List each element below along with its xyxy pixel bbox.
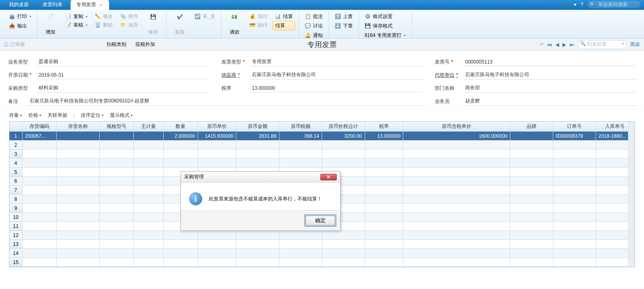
empty-cell[interactable] — [365, 249, 403, 258]
table-row[interactable]: 2 — [9, 141, 635, 150]
empty-cell[interactable] — [553, 213, 596, 222]
cell-total[interactable]: 3200.00 — [322, 132, 365, 141]
copy-button[interactable]: 📑复制▾ — [63, 12, 90, 21]
first-icon[interactable]: ⏮ — [547, 42, 552, 48]
empty-cell[interactable] — [322, 231, 365, 240]
empty-cell[interactable] — [99, 240, 133, 249]
empty-cell[interactable] — [279, 141, 322, 150]
empty-cell[interactable] — [198, 240, 236, 249]
empty-cell[interactable] — [403, 249, 510, 258]
cell-brand[interactable] — [510, 132, 553, 141]
empty-cell[interactable] — [99, 186, 133, 195]
empty-cell[interactable] — [236, 141, 279, 150]
cell-tax-rate[interactable]: 13.000000 — [365, 132, 403, 141]
empty-cell[interactable] — [164, 258, 198, 267]
empty-cell[interactable] — [365, 231, 403, 240]
empty-cell[interactable] — [22, 231, 56, 240]
empty-cell[interactable] — [134, 141, 164, 150]
dialog-close-button[interactable]: ✕ — [320, 174, 337, 180]
empty-cell[interactable] — [553, 159, 596, 168]
empty-cell[interactable] — [99, 204, 133, 213]
draft-button[interactable]: 📝草稿▾ — [63, 21, 90, 30]
tab-invoice-list[interactable]: 发票列表 — [37, 0, 70, 10]
settle-button[interactable]: 结算 — [272, 21, 295, 30]
empty-cell[interactable] — [99, 168, 133, 177]
empty-cell[interactable] — [236, 240, 279, 249]
help-icon[interactable]: ? — [580, 2, 583, 7]
empty-cell[interactable] — [57, 222, 99, 231]
next-icon[interactable]: ▶ — [562, 42, 566, 48]
empty-cell[interactable] — [322, 159, 365, 168]
save-format-button[interactable]: 💾保存格式 — [362, 22, 408, 30]
empty-cell[interactable] — [164, 150, 198, 159]
agent-unit-value[interactable]: 石家庄跃马电子科技有限公司 — [464, 71, 636, 80]
empty-cell[interactable] — [57, 231, 99, 240]
empty-cell[interactable] — [99, 195, 133, 204]
header-tax-amount[interactable]: 原币税额 — [279, 122, 322, 132]
empty-cell[interactable] — [22, 168, 56, 177]
close-icon[interactable]: × — [99, 2, 102, 7]
empty-cell[interactable] — [365, 204, 403, 213]
empty-cell[interactable] — [236, 150, 279, 159]
empty-cell[interactable] — [322, 240, 365, 249]
dialog-ok-button[interactable]: 确定 — [306, 216, 335, 225]
empty-cell[interactable] — [22, 177, 56, 186]
empty-cell[interactable] — [365, 177, 403, 186]
cell-qty[interactable]: 2.000000 — [164, 132, 198, 141]
tab-desktop[interactable]: 我的桌面 — [3, 0, 36, 10]
empty-cell[interactable] — [403, 231, 510, 240]
cell-spec[interactable] — [99, 132, 133, 141]
empty-cell[interactable] — [322, 141, 365, 150]
empty-cell[interactable] — [22, 141, 56, 150]
dept-value[interactable]: 商务部 — [464, 84, 636, 93]
empty-cell[interactable] — [279, 150, 322, 159]
check-up-button[interactable]: ⬆️上查 — [332, 12, 355, 21]
empty-cell[interactable] — [57, 258, 99, 267]
delete-button[interactable]: 🗑️删除 — [92, 21, 115, 30]
empty-cell[interactable] — [57, 213, 99, 222]
recheck-button[interactable]: ✔️复核 — [170, 12, 190, 37]
empty-cell[interactable] — [322, 150, 365, 159]
empty-cell[interactable] — [57, 195, 99, 204]
dropdown-icon[interactable]: ▾ — [574, 2, 576, 7]
list-search-input[interactable]: 🔍 列表联查 × — [578, 40, 627, 49]
empty-cell[interactable] — [403, 195, 510, 204]
empty-cell[interactable] — [510, 258, 553, 267]
cell-order-no[interactable]: 0000008379 — [553, 132, 596, 141]
empty-cell[interactable] — [22, 195, 56, 204]
output-button[interactable]: 📤输出 — [7, 22, 34, 30]
empty-cell[interactable] — [403, 240, 510, 249]
attachment-button[interactable]: 📎附件 — [118, 12, 141, 21]
vertical-scrollbar[interactable] — [628, 122, 635, 267]
empty-cell[interactable] — [99, 258, 133, 267]
tab-special-invoice[interactable]: 专用发票 × — [71, 0, 109, 10]
empty-cell[interactable] — [22, 240, 56, 249]
empty-cell[interactable] — [510, 213, 553, 222]
empty-cell[interactable] — [22, 150, 56, 159]
operator-value[interactable]: 赵彦辉 — [464, 97, 636, 106]
empty-cell[interactable] — [198, 249, 236, 258]
cell-tax-unit-price[interactable]: 1600.000000 — [403, 132, 510, 141]
cell-amount[interactable]: 2831.86 — [236, 132, 279, 141]
empty-cell[interactable] — [22, 249, 56, 258]
header-qty[interactable]: 数量 — [164, 122, 198, 132]
save-button[interactable]: 💾保存 — [143, 12, 163, 37]
invoice-date-value[interactable]: 2019-05-31 — [37, 71, 209, 79]
empty-cell[interactable] — [403, 159, 510, 168]
table-row[interactable]: 1200067...2.0000001415.9300002831.86368.… — [9, 132, 635, 141]
empty-cell[interactable] — [510, 204, 553, 213]
empty-cell[interactable] — [553, 222, 596, 231]
empty-cell[interactable] — [134, 186, 164, 195]
empty-cell[interactable] — [164, 159, 198, 168]
empty-cell[interactable] — [510, 177, 553, 186]
empty-cell[interactable] — [510, 159, 553, 168]
empty-cell[interactable] — [236, 258, 279, 267]
empty-cell[interactable] — [134, 231, 164, 240]
empty-cell[interactable] — [365, 240, 403, 249]
empty-cell[interactable] — [365, 258, 403, 267]
credit-pay-button[interactable]: 💳赊付 — [247, 21, 270, 30]
empty-cell[interactable] — [553, 141, 596, 150]
empty-cell[interactable] — [553, 231, 596, 240]
settle-top-button[interactable]: 📊结算 — [272, 12, 295, 21]
restore-button[interactable]: ↩️草_复 — [192, 12, 218, 21]
